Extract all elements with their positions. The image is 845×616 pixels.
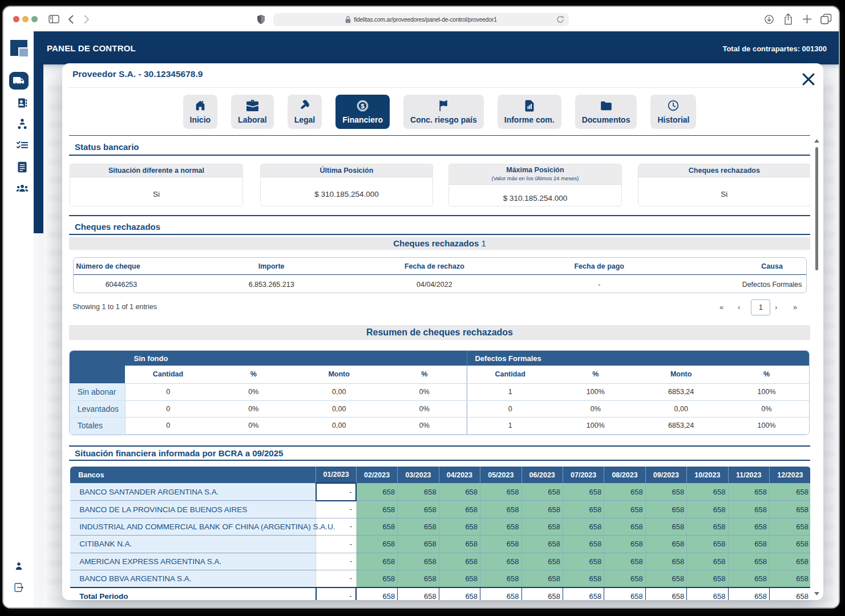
svg-text:$: $ bbox=[361, 102, 365, 110]
